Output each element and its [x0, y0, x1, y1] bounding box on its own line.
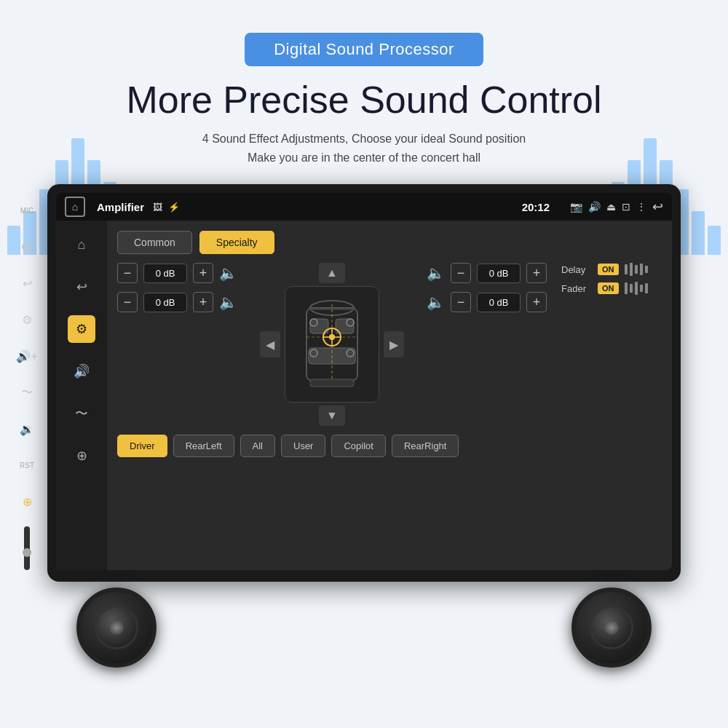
controls-row: − 0 dB + 🔈 − 0 dB + 🔈 [117, 263, 662, 426]
preset-driver[interactable]: Driver [117, 435, 167, 457]
home-button[interactable]: ⌂ [65, 197, 85, 217]
back-button-top[interactable]: ↩ [652, 199, 663, 215]
s-bar [640, 285, 643, 292]
nav-eq-icon[interactable]: ⚙ [68, 315, 95, 343]
db-control-top-left: − 0 dB + 🔈 [117, 263, 237, 283]
db-value-br: 0 dB [477, 293, 521, 312]
delay-slider[interactable] [625, 263, 648, 276]
speaker-left [76, 587, 157, 668]
s-bar [625, 264, 628, 274]
delay-row: Delay ON [561, 263, 672, 276]
fader-row: Fader ON [561, 282, 672, 295]
eject-icon: ⏏ [606, 201, 616, 213]
power-icon[interactable]: ⏻ [15, 235, 39, 258]
speaker-br: 🔈 [427, 293, 445, 311]
s-bar [630, 284, 633, 293]
stage-middle: ◀ [260, 286, 404, 403]
s-bar [635, 265, 638, 274]
right-status-icons: 📷 🔊 ⏏ ⊡ ⋮ ↩ [570, 199, 663, 215]
subtext-line1: 4 Sound Effect Adjustments, Choose your … [202, 130, 526, 149]
mic-label: MIC [15, 199, 39, 222]
app-title: Amplifier [97, 201, 144, 213]
nav-home-icon[interactable]: ⌂ [68, 231, 95, 258]
usb-icon: ⚡ [168, 202, 180, 213]
radio-unit: ⌂ Amplifier 🖼 ⚡ 20:12 📷 🔊 ⏏ ⊡ ⋮ ↩ [47, 184, 681, 582]
page-wrapper: Digital Sound Processor More Precise Sou… [0, 0, 728, 728]
vol-up-icon[interactable]: 🔊+ [15, 344, 39, 368]
status-icons: 🖼 ⚡ [153, 202, 180, 213]
more-icon[interactable]: ⋮ [636, 201, 646, 213]
nav-sidebar: ⌂ ↩ ⚙ 🔊 〜 ⊕ [56, 221, 107, 570]
stage-down-button[interactable]: ▼ [319, 405, 345, 426]
db-plus-br[interactable]: + [526, 292, 547, 312]
subtext: 4 Sound Effect Adjustments, Choose your … [202, 130, 526, 167]
db-minus-tl[interactable]: − [117, 263, 138, 283]
volume-section-right: 🔈 − 0 dB + 🔈 − 0 dB + [427, 263, 547, 312]
s-bar [635, 282, 638, 295]
db-plus-tl[interactable]: + [193, 263, 213, 283]
volume-slider[interactable] [24, 526, 30, 570]
left-sidebar: MIC ⏻ ↩ ⚙ 🔊+ 〜 🔉 RST ⊕ [9, 199, 44, 570]
speaker-left-inner [95, 606, 138, 649]
rst-label: RST [15, 454, 39, 477]
nav-vol-icon[interactable]: 🔊 [68, 357, 95, 385]
screen: ⌂ Amplifier 🖼 ⚡ 20:12 📷 🔊 ⏏ ⊡ ⋮ ↩ [56, 193, 672, 570]
s-bar [625, 282, 628, 294]
amp-panel: Common Specialty − 0 dB + [107, 221, 672, 570]
s-bar [645, 283, 648, 293]
speaker-right-center [604, 620, 619, 635]
status-bar: ⌂ Amplifier 🖼 ⚡ 20:12 📷 🔊 ⏏ ⊡ ⋮ ↩ [56, 193, 672, 221]
s-bar [645, 266, 648, 273]
nav-wave-icon[interactable]: 〜 [68, 400, 95, 427]
preset-all[interactable]: All [240, 435, 275, 457]
delay-on-badge: ON [598, 264, 619, 275]
db-minus-tr[interactable]: − [451, 263, 471, 283]
speaker-bl: 🔈 [219, 293, 237, 311]
speaker-left-center [109, 620, 124, 635]
subtext-line2: Make you are in the center of the concer… [202, 149, 526, 167]
fader-slider[interactable] [625, 282, 648, 295]
db-value-tr: 0 dB [477, 264, 521, 283]
db-value-bl: 0 dB [143, 293, 187, 312]
back-sidebar-icon[interactable]: ↩ [15, 272, 39, 295]
db-minus-bl[interactable]: − [117, 292, 138, 312]
waveform-icon[interactable]: 〜 [15, 381, 39, 404]
preset-rear-left[interactable]: RearLeft [173, 435, 234, 457]
db-minus-br[interactable]: − [451, 292, 471, 312]
image-icon: 🖼 [153, 202, 162, 213]
camera-icon: 📷 [570, 201, 582, 213]
preset-copilot[interactable]: Copilot [331, 435, 385, 457]
time-display: 20:12 [522, 201, 550, 213]
right-panel: Delay ON [561, 263, 672, 334]
db-control-bottom-right: 🔈 − 0 dB + [427, 292, 547, 312]
screen-icon: ⊡ [622, 201, 630, 213]
eq-sidebar-icon[interactable]: ⚙ [15, 308, 39, 331]
nav-expand-icon[interactable]: ⊕ [68, 442, 95, 470]
nav-back-icon[interactable]: ↩ [68, 273, 95, 301]
db-plus-bl[interactable]: + [193, 292, 213, 312]
stage-right-button[interactable]: ▶ [384, 331, 404, 357]
preset-row: Driver RearLeft All User Copilot RearRig… [117, 435, 662, 457]
speaker-status-icon: 🔊 [588, 201, 601, 213]
vol-down-icon[interactable]: 🔉 [15, 417, 39, 440]
svg-rect-16 [310, 379, 354, 387]
speaker-right-inner [590, 606, 633, 649]
preset-user[interactable]: User [281, 435, 325, 457]
dsp-badge: Digital Sound Processor [245, 33, 483, 66]
tab-row: Common Specialty [117, 231, 662, 254]
speaker-tl: 🔈 [219, 264, 237, 282]
db-plus-tr[interactable]: + [526, 263, 547, 283]
db-control-top-right: 🔈 − 0 dB + [427, 263, 547, 283]
stage-up-button[interactable]: ▲ [319, 263, 345, 283]
delay-label: Delay [561, 264, 592, 275]
expand-icon[interactable]: ⊕ [15, 490, 39, 513]
tab-specialty[interactable]: Specialty [199, 231, 274, 254]
preset-rear-right[interactable]: RearRight [392, 435, 459, 457]
stage-left-button[interactable]: ◀ [260, 331, 280, 357]
speaker-tr: 🔈 [427, 264, 445, 282]
tab-common[interactable]: Common [117, 231, 192, 254]
sound-stage: ▲ ◀ [252, 263, 412, 426]
car-diagram-svg [296, 293, 368, 395]
s-bar [640, 264, 643, 275]
fader-on-badge: ON [598, 282, 619, 294]
